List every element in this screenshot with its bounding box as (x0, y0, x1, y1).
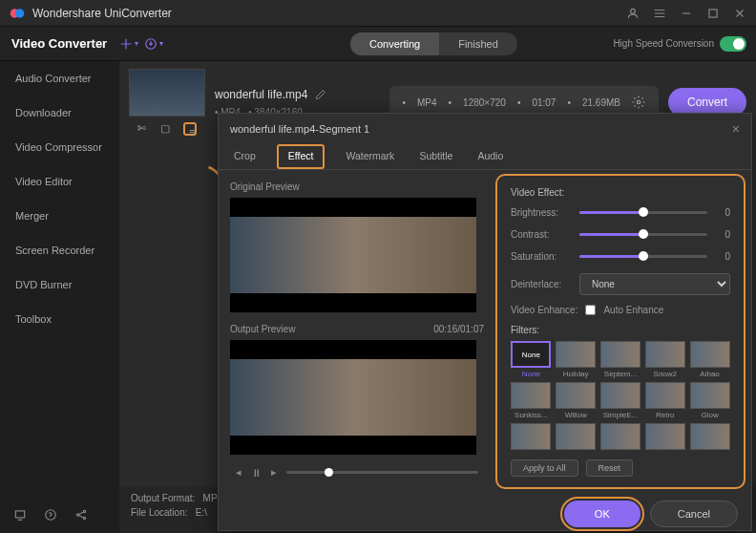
preview-pane: Original Preview Output Preview 00:16/01… (219, 170, 495, 493)
sidebar-item-audio-converter[interactable]: Audio Converter (0, 61, 119, 96)
minimize-icon[interactable] (680, 7, 693, 20)
maximize-icon[interactable] (706, 7, 720, 20)
filter-item[interactable]: Aibao (689, 341, 730, 378)
contrast-value: 0 (717, 229, 730, 240)
video-thumbnail[interactable] (129, 69, 205, 117)
brightness-label: Brightness: (511, 207, 570, 218)
section-title: Video Converter (10, 36, 119, 51)
reset-button[interactable]: Reset (586, 459, 634, 477)
edit-name-icon[interactable] (315, 89, 326, 100)
filter-item[interactable]: Sunkiss... (511, 382, 552, 419)
devices-icon[interactable] (13, 508, 27, 522)
auto-enhance-checkbox[interactable] (585, 305, 596, 315)
sidebar-item-screen-recorder[interactable]: Screen Recorder (0, 233, 119, 267)
filter-item[interactable] (644, 423, 685, 452)
svg-point-2 (631, 9, 636, 13)
original-preview (230, 198, 476, 312)
filter-item[interactable] (600, 423, 641, 452)
output-preview-label: Output Preview (230, 324, 295, 334)
out-format: MP4 (417, 97, 437, 108)
menu-icon[interactable] (653, 7, 666, 20)
svg-rect-3 (709, 9, 717, 16)
tab-watermark[interactable]: Watermark (342, 144, 398, 169)
play-pause-icon[interactable]: ⏸ (251, 467, 262, 479)
app-logo-icon (10, 6, 25, 21)
tab-audio[interactable]: Audio (473, 144, 507, 169)
tab-finished[interactable]: Finished (439, 32, 517, 55)
output-preview (230, 340, 476, 455)
effects-pane: Video Effect: Brightness: 0 Contrast: 0 … (495, 174, 746, 489)
tab-effect[interactable]: Effect (277, 144, 326, 169)
output-format-label: Output Format: (131, 493, 195, 503)
dialog-title: wonderful life.mp4-Segment 1 (230, 123, 369, 135)
player-controls: ◂ ⏸ ▸ (230, 466, 484, 479)
filter-item[interactable]: Snow2 (644, 341, 685, 378)
svg-point-1 (15, 9, 24, 17)
svg-rect-5 (15, 511, 24, 518)
contrast-slider[interactable] (579, 233, 707, 236)
tab-converting[interactable]: Converting (350, 32, 439, 55)
toolbar: Video Converter ▾ ▾ Converting Finished … (0, 27, 756, 61)
original-preview-label: Original Preview (230, 181, 484, 192)
tab-subtitle[interactable]: Subtitle (415, 144, 456, 169)
filter-item[interactable]: Glow (689, 382, 730, 419)
effect-dialog: wonderful life.mp4-Segment 1 × Crop Effe… (218, 113, 752, 531)
filter-item[interactable]: Holiday (556, 341, 597, 378)
filter-item[interactable]: Retro (644, 382, 685, 419)
dialog-close-icon[interactable]: × (732, 121, 740, 137)
tab-crop[interactable]: Crop (230, 144, 260, 169)
filter-item[interactable]: Septem... (600, 341, 641, 378)
titlebar: Wondershare UniConverter (0, 0, 756, 27)
trim-icon[interactable]: ✄ (137, 122, 151, 136)
out-size: 21.69MB (582, 97, 620, 108)
dialog-tabs: Crop Effect Watermark Subtitle Audio (219, 144, 751, 170)
status-tabs: Converting Finished (350, 32, 517, 55)
app-title: Wondershare UniConverter (32, 7, 626, 20)
gear-icon[interactable] (632, 96, 645, 109)
filter-item[interactable]: Willow (556, 382, 597, 419)
hs-toggle[interactable] (720, 36, 746, 52)
apply-to-all-button[interactable]: Apply to All (511, 459, 578, 477)
filter-item[interactable] (511, 423, 552, 452)
add-file-button[interactable]: ▾ (119, 34, 138, 53)
close-icon[interactable] (733, 7, 746, 20)
preview-time: 00:16/01:07 (433, 324, 484, 334)
sidebar-item-merger[interactable]: Merger (0, 199, 119, 233)
effect-icon[interactable]: ≡ (183, 122, 197, 136)
filter-item[interactable]: NoneNone (511, 341, 552, 378)
saturation-label: Saturation: (511, 251, 570, 262)
deinterlace-label: Deinterlace: (511, 279, 570, 289)
out-resolution: 1280×720 (463, 97, 506, 108)
help-icon[interactable] (44, 508, 57, 522)
saturation-value: 0 (717, 251, 730, 262)
saturation-slider[interactable] (579, 255, 707, 258)
sidebar-item-video-compressor[interactable]: Video Compressor (0, 130, 119, 164)
filter-item[interactable] (556, 423, 597, 452)
file-location-label: File Location: (131, 507, 187, 518)
sidebar-item-dvd-burner[interactable]: DVD Burner (0, 267, 119, 302)
user-icon[interactable] (626, 7, 640, 20)
sidebar-item-video-editor[interactable]: Video Editor (0, 164, 119, 199)
cancel-button[interactable]: Cancel (650, 501, 738, 527)
download-tool-button[interactable]: ▾ (144, 34, 163, 53)
svg-point-10 (637, 100, 640, 104)
sidebar-item-toolbox[interactable]: Toolbox (0, 302, 119, 336)
file-name: wonderful life.mp4 (215, 88, 307, 101)
filters-label: Filters: (511, 325, 730, 335)
share-icon[interactable] (74, 508, 88, 522)
prev-frame-icon[interactable]: ◂ (236, 466, 242, 479)
filter-item[interactable]: SimpleE... (600, 382, 641, 419)
sidebar-item-downloader[interactable]: Downloader (0, 96, 119, 130)
progress-slider[interactable] (286, 471, 478, 474)
brightness-slider[interactable] (579, 211, 707, 214)
svg-point-9 (83, 517, 85, 519)
file-location-value[interactable]: E:\ (196, 507, 207, 518)
ok-button[interactable]: OK (564, 501, 640, 527)
crop-icon[interactable]: ▢ (160, 122, 174, 136)
next-frame-icon[interactable]: ▸ (271, 466, 277, 479)
hs-label: High Speed Conversion (613, 38, 714, 49)
deinterlace-select[interactable]: None (579, 273, 730, 295)
filter-item[interactable] (689, 423, 730, 452)
svg-point-8 (83, 510, 85, 512)
auto-enhance-label: Auto Enhance (603, 305, 663, 315)
